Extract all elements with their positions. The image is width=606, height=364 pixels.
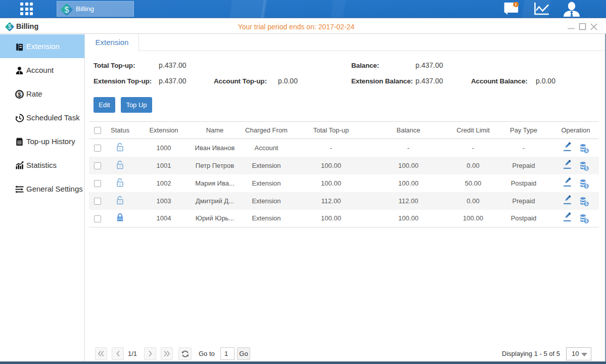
svg-text:$: $ [585,184,588,189]
svg-text:$: $ [18,91,21,97]
svg-text:$: $ [585,201,588,206]
svg-text:!: ! [515,2,517,7]
svg-text:$: $ [65,6,69,14]
svg-text:$: $ [585,219,588,224]
svg-text:$: $ [585,166,588,171]
svg-text:$: $ [585,148,588,153]
